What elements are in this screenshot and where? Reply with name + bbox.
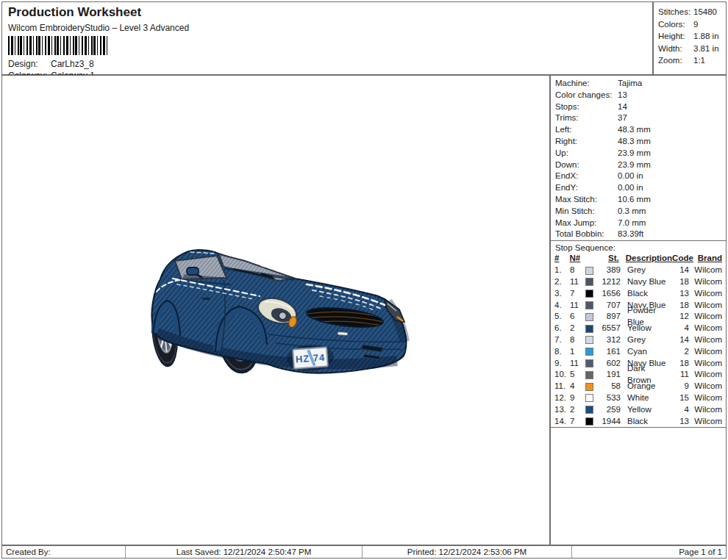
stop-row-number: 8. (554, 346, 570, 358)
stop-sequence-row: 1.8389Grey14Wilcom (551, 265, 726, 276)
stop-row-number: 10. (554, 369, 570, 381)
embroidered-car-image: HZ 74 (151, 246, 417, 380)
machine-value: 14 (618, 101, 627, 113)
door-handle (202, 298, 210, 300)
stop-swatch-cell (585, 406, 598, 414)
stop-sequence-title: Stop Sequence: (551, 241, 726, 253)
stop-color-description: Yellow (622, 323, 671, 334)
machine-label: Left: (555, 124, 618, 136)
stop-row-number: 4. (554, 300, 570, 312)
stop-color-code: 18 (671, 300, 689, 312)
stop-color-code: 12 (671, 311, 689, 323)
machine-info-rows: Machine:TajimaColor changes:13Stops:14Tr… (551, 76, 726, 241)
stop-row-number: 5. (554, 311, 570, 323)
stop-color-code: 4 (671, 404, 689, 416)
machine-value: 0.3 mm (618, 206, 646, 218)
stop-row-number: 13. (554, 404, 570, 416)
machine-label: Max Stitch: (555, 194, 618, 206)
page-indicator: Page 1 of 1 (572, 546, 726, 558)
stop-stitch-count: 1656 (598, 288, 622, 300)
color-swatch (585, 290, 593, 298)
side-marker-light (338, 332, 348, 336)
machine-label: EndY: (555, 182, 618, 194)
stop-sequence-row: 11.458Orange9Wilcom (551, 381, 726, 392)
stop-color-code: 9 (671, 381, 689, 392)
stop-color-description: Cyan (622, 346, 671, 358)
stop-swatch-cell (585, 371, 598, 379)
stop-row-number: 9. (554, 358, 570, 370)
color-swatch (585, 371, 593, 379)
stop-thread-brand: Wilcom (689, 358, 722, 370)
stop-thread-brand: Wilcom (689, 300, 722, 312)
summary-value: 15480 (693, 6, 717, 18)
design-summary-panel: Stitches:15480Colors:9Height:1.88 inWidt… (653, 1, 727, 75)
stop-stitch-count: 533 (598, 392, 622, 404)
color-swatch (585, 325, 593, 333)
stop-stitch-count: 312 (598, 334, 622, 346)
stop-stitch-count: 6557 (598, 323, 622, 334)
design-value: CarLhz3_8 (51, 58, 94, 70)
header-panel: Production Worksheet Wilcom EmbroiderySt… (1, 1, 653, 75)
machine-info-panel: Machine:TajimaColor changes:13Stops:14Tr… (550, 75, 727, 545)
machine-label: EndX: (555, 170, 618, 182)
machine-info-row: Machine:Tajima (551, 78, 726, 90)
stop-color-description: Orange (622, 381, 671, 392)
stop-needle-number: 9 (570, 392, 585, 404)
col-st: St. (597, 253, 621, 265)
stop-row-number: 2. (554, 276, 570, 288)
stop-sequence-row: 7.8312Grey14Wilcom (551, 334, 726, 346)
stop-swatch-cell (585, 325, 598, 333)
stop-color-description: Yellow (622, 404, 671, 416)
stop-needle-number: 8 (570, 334, 585, 346)
machine-label: Machine: (555, 78, 618, 90)
stop-swatch-cell (585, 301, 598, 309)
summary-label: Stitches: (658, 6, 693, 18)
color-swatch (585, 406, 593, 414)
stop-stitch-count: 707 (598, 300, 622, 312)
summary-value: 1.88 in (693, 30, 719, 43)
color-swatch (585, 348, 593, 356)
stop-needle-number: 4 (570, 381, 585, 392)
stop-stitch-count: 897 (598, 311, 622, 323)
stop-color-description: Black (622, 288, 671, 300)
machine-info-row: Up:23.9 mm (551, 148, 726, 159)
stop-thread-brand: Wilcom (689, 276, 722, 288)
summary-label: Height: (658, 30, 693, 43)
created-by-label: Created By: (2, 546, 126, 558)
machine-label: Stops: (555, 101, 618, 113)
color-swatch (585, 394, 593, 402)
stop-color-code: 11 (671, 369, 689, 381)
stop-stitch-count: 389 (598, 265, 622, 276)
stop-thread-brand: Wilcom (689, 265, 722, 276)
stop-sequence-row: 2.111212Navy Blue18Wilcom (551, 276, 726, 288)
col-description: Description (621, 253, 672, 265)
machine-value: 0.00 in (618, 170, 643, 182)
design-label: Design: (8, 58, 51, 70)
stop-thread-brand: Wilcom (689, 346, 722, 358)
stop-thread-brand: Wilcom (689, 404, 722, 416)
stop-swatch-cell (585, 313, 598, 321)
machine-info-row: Total Bobbin:83.39ft (551, 229, 726, 240)
stop-row-number: 1. (554, 265, 570, 276)
stop-needle-number: 1 (570, 346, 585, 358)
stop-row-number: 6. (554, 323, 570, 334)
stop-sequence-row: 8.1161Cyan2Wilcom (551, 346, 726, 358)
stop-color-description: Grey (622, 265, 671, 276)
page-title: Production Worksheet (8, 5, 646, 20)
machine-label: Max Jump: (555, 218, 618, 229)
color-swatch (585, 417, 593, 426)
stop-color-code: 15 (671, 392, 689, 404)
last-saved-text: Last Saved: 12/21/2024 2:50:47 PM (126, 546, 363, 558)
stop-color-code: 18 (671, 276, 689, 288)
machine-info-row: Stops:14 (551, 101, 726, 113)
stop-needle-number: 11 (570, 358, 585, 370)
stop-color-code: 13 (671, 288, 689, 300)
stop-sequence-row: 6.26557Yellow4Wilcom (551, 323, 726, 334)
summary-value: 3.81 in (693, 43, 719, 55)
stop-color-code: 2 (671, 346, 689, 358)
barcode-icon (8, 36, 110, 55)
color-swatch (585, 267, 593, 275)
color-swatch (585, 383, 593, 391)
stop-row-number: 11. (554, 381, 570, 392)
col-brand: Brand (690, 253, 722, 265)
